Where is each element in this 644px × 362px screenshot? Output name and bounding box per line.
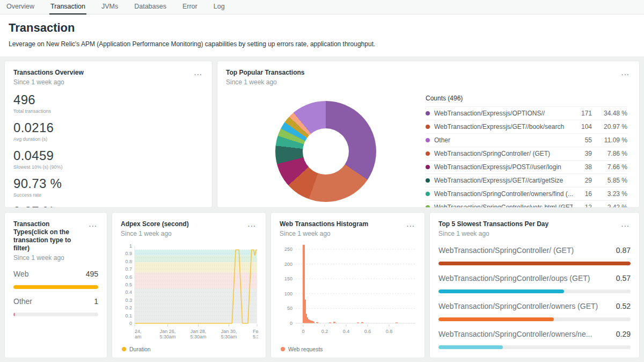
tab-transaction[interactable]: Transaction <box>49 0 86 15</box>
legend-dot <box>426 165 430 169</box>
svg-text:0.1: 0.1 <box>125 313 132 318</box>
stat-label: Total transactions <box>13 108 203 114</box>
stat-value: 0.0216 <box>13 120 203 135</box>
legend-row[interactable]: WebTransaction/SpringController/owners/f… <box>426 187 627 200</box>
panel-title: Top 5 Slowest Transactions Per Day <box>438 220 548 228</box>
legend-row[interactable]: Other5511.09 % <box>426 133 627 147</box>
stats-list: 496Total transactions0.0216Avg duration … <box>13 92 203 208</box>
slowest-transaction-row[interactable]: WebTransaction/SpringController/oups (GE… <box>438 274 631 293</box>
donut-chart[interactable] <box>275 101 376 202</box>
legend-percent: 5.85 % <box>592 177 627 184</box>
tab-bar: OverviewTransactionJVMsDatabasesErrorLog <box>0 0 644 15</box>
svg-text:0.2: 0.2 <box>321 329 328 334</box>
tab-error[interactable]: Error <box>181 0 199 15</box>
legend-title: Counts (496) <box>426 95 627 102</box>
legend-count: 29 <box>573 177 592 184</box>
bullet-row-fill <box>438 317 554 321</box>
stat-label: Slowest 10% (s) (90%) <box>13 164 203 170</box>
stat-value: 9.27 % <box>13 204 203 208</box>
legend-count: 104 <box>573 123 592 131</box>
panel-menu-button[interactable]: ... <box>405 220 416 228</box>
bullet-row-value: 495 <box>86 270 98 278</box>
legend-dot <box>426 178 430 183</box>
legend-percent: 7.66 % <box>592 163 627 171</box>
slowest-transaction-row[interactable]: WebTransaction/SpringController/owners/n… <box>438 330 631 349</box>
bullet-row-track <box>438 345 631 349</box>
transaction-type-row[interactable]: Other1 <box>13 297 98 316</box>
bullet-row-value: 0.2 <box>620 358 631 358</box>
bullet-row-value: 0.57 <box>616 274 631 283</box>
legend-row[interactable]: WebTransaction/Expressjs/OPTIONS//17134.… <box>426 106 627 120</box>
legend-percent: 11.09 % <box>592 136 627 144</box>
slowest-transaction-row[interactable]: WebTransaction/SpringController/ (GET)0.… <box>438 246 631 265</box>
legend-row[interactable]: WebTransaction/Expressjs/GET//book/searc… <box>426 120 627 133</box>
panel-menu-button[interactable]: ... <box>246 220 257 228</box>
svg-text:0: 0 <box>290 321 292 326</box>
bullet-row-label: Other <box>13 297 32 306</box>
svg-text:0.4: 0.4 <box>343 329 350 334</box>
bullet-row-line: WebTransaction/SpringController/oups (GE… <box>438 274 631 283</box>
bullet-row-label: WebTransaction/SpringController/owners/n… <box>438 330 592 338</box>
tab-overview[interactable]: Overview <box>5 0 35 15</box>
legend-percent: 2.42 % <box>592 204 627 208</box>
slowest-rows: WebTransaction/SpringController/ (GET)0.… <box>438 246 631 358</box>
svg-text:Jan 26,: Jan 26, <box>160 329 176 334</box>
legend-name: WebTransaction/Expressjs/POST//user/logi… <box>434 163 573 171</box>
bullet-row-label: WebTransaction/SpringController/ (GET) <box>438 246 574 255</box>
adpex-chart[interactable]: 10.90.80.70.60.50.40.30.20.1024,amJan 26… <box>121 243 257 351</box>
legend-count: 16 <box>573 190 592 198</box>
bullet-row-line: WebTransaction/SpringController/...0.2 <box>438 358 631 358</box>
donut-legend: Counts (496) WebTransaction/Expressjs/OP… <box>426 86 631 208</box>
bullet-row-value: 0.29 <box>616 330 631 338</box>
bullet-row-line: WebTransaction/SpringController/owners/n… <box>438 330 631 338</box>
svg-text:Jan 28,: Jan 28, <box>191 329 207 334</box>
legend-count: 39 <box>573 150 592 157</box>
legend-row[interactable]: WebTransaction/SpringController/vets.htm… <box>426 200 627 208</box>
legend-name: WebTransaction/Expressjs/GET//book/searc… <box>434 123 573 131</box>
bullet-row-track <box>13 313 98 316</box>
slowest-transaction-row[interactable]: WebTransaction/SpringController/owners (… <box>438 302 631 321</box>
tab-log[interactable]: Log <box>213 0 226 15</box>
page-header: Transaction Leverage on New Relic's APM … <box>0 15 644 56</box>
bullet-row-track <box>438 289 631 293</box>
legend-dot <box>426 111 430 115</box>
tab-databases[interactable]: Databases <box>133 0 167 15</box>
svg-text:200: 200 <box>284 262 292 267</box>
panel-menu-button[interactable]: ... <box>620 69 631 76</box>
panel-adpex-score: Adpex Score (second) Since 1 week ago ..… <box>112 212 266 358</box>
legend-name: WebTransaction/Expressjs/OPTIONS// <box>434 110 573 117</box>
bullet-row-label: WebTransaction/SpringController/... <box>438 358 558 358</box>
web-requests-legend-dot <box>281 347 285 351</box>
legend-count: 12 <box>573 204 592 208</box>
transaction-type-row[interactable]: Web495 <box>13 270 98 289</box>
slowest-transaction-row[interactable]: WebTransaction/SpringController/...0.2 <box>438 358 631 358</box>
legend-dot <box>426 151 430 156</box>
dashboard: Transactions Overview Since 1 week ago .… <box>0 56 644 362</box>
panel-menu-button[interactable]: ... <box>620 220 631 228</box>
panel-menu-button[interactable]: ... <box>87 220 98 228</box>
legend-row[interactable]: WebTransaction/Expressjs/POST//user/logi… <box>426 160 627 173</box>
legend-name: WebTransaction/Expressjs/GET//cart/getSi… <box>434 177 573 184</box>
stat: 0.0459Slowest 10% (s) (90%) <box>13 148 203 170</box>
legend-name: WebTransaction/SpringController/vets.htm… <box>434 204 573 208</box>
svg-text:am: am <box>135 334 142 339</box>
svg-text:0.6: 0.6 <box>125 274 132 280</box>
panel-menu-button[interactable]: ... <box>193 69 203 76</box>
svg-text:0: 0 <box>302 329 304 334</box>
bullet-row-line: Other1 <box>13 297 98 306</box>
legend-row[interactable]: WebTransaction/Expressjs/GET//cart/getSi… <box>426 173 627 187</box>
legend-percent: 20.97 % <box>592 123 627 131</box>
duration-legend-dot <box>122 347 126 351</box>
bullet-row-track <box>438 262 631 265</box>
donut-chart-area <box>226 86 426 208</box>
legend-dot <box>426 205 430 208</box>
panel-title: Top Popular Transactions <box>226 69 304 77</box>
svg-text:0.8: 0.8 <box>386 329 393 334</box>
bullet-row-value: 0.52 <box>616 302 631 310</box>
stat: 496Total transactions <box>13 92 203 114</box>
legend-row[interactable]: WebTransaction/SpringController/ (GET)39… <box>426 147 627 160</box>
histogram-chart[interactable]: 05010015020025000.20.40.60.8 <box>280 243 416 351</box>
stat-value: 0.0459 <box>13 148 203 163</box>
bullet-row-fill <box>438 262 631 265</box>
tab-jvms[interactable]: JVMs <box>100 0 119 15</box>
